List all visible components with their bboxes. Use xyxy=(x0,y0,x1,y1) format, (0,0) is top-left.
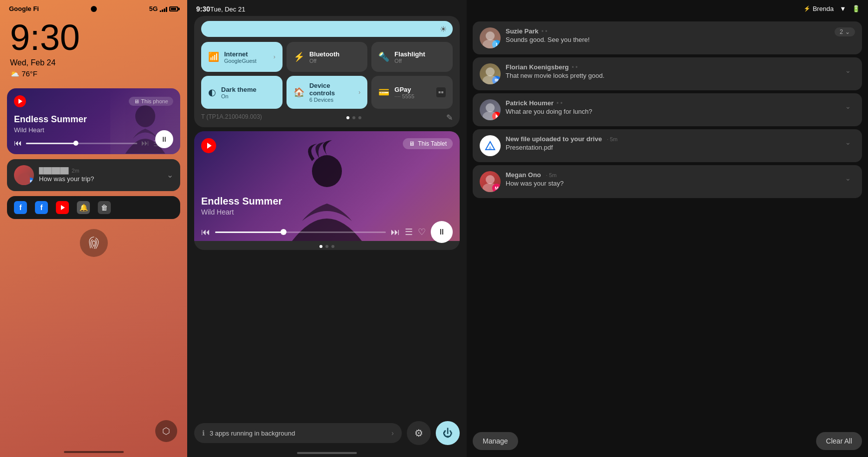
trash-app-icon[interactable]: 🗑 xyxy=(98,201,111,214)
patrick-dots: • • xyxy=(557,100,563,107)
brightness-slider[interactable]: ☀ xyxy=(201,21,453,37)
phone-progress-bar[interactable] xyxy=(26,143,137,144)
tablet-heart-icon[interactable]: ♡ xyxy=(418,227,426,237)
qs-tile-dark-theme[interactable]: ◐ Dark theme On xyxy=(201,76,283,109)
phone-camera-dot xyxy=(91,6,97,12)
qs-tile-device-controls[interactable]: 🏠 Device controls 6 Devices › xyxy=(287,76,368,109)
phone-pause-button[interactable]: ⏸ xyxy=(155,130,173,148)
patrick-message: What are you doing for lunch? xyxy=(506,108,836,115)
power-button[interactable]: ⏻ xyxy=(436,421,460,445)
drive-expand-button[interactable]: ⌄ xyxy=(841,135,855,149)
gpay-tile-icon: 💳 xyxy=(378,87,389,98)
patrick-avatar xyxy=(480,99,501,120)
megan-avatar: M xyxy=(480,171,501,192)
patrick-app-badge xyxy=(492,112,501,120)
tablet-media-bottom: Endless Summer Wild Heart ⏮ ⏭ ☰ ♡ ⏸ xyxy=(194,189,460,250)
clear-all-button[interactable]: Clear All xyxy=(816,432,862,450)
phone-temp: 76°F xyxy=(21,69,37,78)
qs-device-controls-sub: 6 Devices xyxy=(309,97,354,103)
qs-tile-bluetooth[interactable]: ⚡ Bluetooth Off xyxy=(287,42,368,72)
tablet-media-card[interactable]: 🖥 This Tablet Endless Summer Wild Heart … xyxy=(194,131,460,250)
phone-notification[interactable]: ✉ ███████ 2m How was your trip? ⌄ xyxy=(7,159,180,191)
weather-emoji: ⛅ xyxy=(10,69,21,78)
fingerprint-icon xyxy=(86,235,101,250)
signal-bar-4 xyxy=(166,7,167,12)
tablet-monitor-icon: 🖥 xyxy=(409,140,415,147)
notif-top-bar: ⚡ Brenda ▼ 🔋 xyxy=(467,0,868,17)
tablet-skip-back-button[interactable]: ⏮ xyxy=(201,227,210,237)
facebook-icon-2[interactable]: f xyxy=(35,201,48,214)
manage-button[interactable]: Manage xyxy=(473,432,518,450)
megan-app-badge: M xyxy=(492,184,501,192)
facebook-icon-1[interactable]: f xyxy=(14,201,27,214)
phone-app-row: f f 🔔 🗑 xyxy=(7,196,180,219)
notification-list: t Suzie Park • • Sounds good. See you th… xyxy=(467,17,868,427)
qs-flashlight-title: Flashlight xyxy=(394,50,425,58)
settings-button[interactable]: ⚙ xyxy=(407,421,431,445)
patrick-expand-button[interactable]: ⌄ xyxy=(841,99,855,113)
bg-apps-text: 3 apps running in background xyxy=(210,430,295,437)
gpay-qr-icon: ▪▪ xyxy=(436,87,446,97)
tablet-build-text: T (TP1A.2100409.003) xyxy=(201,113,262,120)
signal-bars xyxy=(160,6,167,12)
drive-icon xyxy=(480,135,501,156)
notification-megan[interactable]: M Megan Ono · 5m How was your stay? ⌄ xyxy=(473,165,862,198)
patrick-name: Patrick Houmer xyxy=(506,99,554,107)
tablet-media-header: 🖥 This Tablet xyxy=(201,138,453,153)
qs-tile-internet-text: Internet GoogleGuest xyxy=(224,50,257,64)
patrick-content: Patrick Houmer • • What are you doing fo… xyxy=(506,99,836,115)
phone-panel: Google Fi 5G 9:30 Wed, Feb 24 ⛅ 76°F xyxy=(0,0,187,457)
qs-device-controls-title: Device controls xyxy=(309,82,354,97)
qs-internet-sub: GoogleGuest xyxy=(224,58,257,64)
phone-music-card[interactable]: 🖥 This phone Endless Summer Wild Heart ⏮… xyxy=(7,88,180,154)
skip-back-button[interactable]: ⏮ xyxy=(14,139,22,148)
tablet-youtube-icon xyxy=(201,138,216,153)
drive-title: New file uploaded to your drive xyxy=(506,135,602,143)
tablet-queue-icon[interactable]: ☰ xyxy=(405,227,413,237)
notification-florian[interactable]: ✉ Florian Koenigsberg • • That new movie… xyxy=(473,57,862,90)
florian-expand-button[interactable]: ⌄ xyxy=(841,63,855,77)
wifi-tile-icon: 📶 xyxy=(208,51,219,62)
fingerprint-button[interactable] xyxy=(80,229,108,257)
page-dot-3 xyxy=(358,116,361,119)
phone-notif-expand-icon[interactable]: ⌄ xyxy=(167,170,173,180)
notifications-panel: ⚡ Brenda ▼ 🔋 t Suzie Park • • Sounds goo… xyxy=(467,0,868,457)
background-apps-pill[interactable]: ℹ 3 apps running in background › xyxy=(194,423,402,443)
youtube-app-icon[interactable] xyxy=(56,201,69,214)
tablet-home-bar xyxy=(297,452,357,454)
brightness-icon: ☀ xyxy=(440,24,447,34)
qs-tile-gpay[interactable]: 💳 GPay ···· 5555 ▪▪ xyxy=(371,76,453,109)
qs-dark-theme-title: Dark theme xyxy=(221,86,257,93)
phone-notif-app-badge: ✉ xyxy=(26,178,34,185)
flashlight-tile-icon: 🔦 xyxy=(378,51,389,62)
drive-content: New file uploaded to your drive · 5m Pre… xyxy=(506,135,836,151)
tablet-progress-bar[interactable] xyxy=(215,231,386,233)
patrick-name-line: Patrick Houmer • • xyxy=(506,99,836,107)
florian-name: Florian Koenigsberg xyxy=(506,63,569,71)
tablet-panel: 9:30 Tue, Dec 21 ☀ 📶 Internet GoogleGues… xyxy=(187,0,467,457)
tablet-song-title: Endless Summer xyxy=(201,196,453,207)
suzie-content: Suzie Park • • Sounds good. See you ther… xyxy=(506,27,830,43)
notification-patrick[interactable]: Patrick Houmer • • What are you doing fo… xyxy=(473,93,862,126)
suzie-name-line: Suzie Park • • xyxy=(506,27,830,35)
username-label: Brenda xyxy=(813,5,834,12)
megan-expand-button[interactable]: ⌄ xyxy=(841,171,855,185)
qs-tile-flashlight[interactable]: 🔦 Flashlight Off xyxy=(371,42,453,72)
yt-play-triangle xyxy=(207,143,212,149)
edit-icon[interactable]: ✎ xyxy=(446,113,453,122)
phone-notif-name-row: ███████ 2m xyxy=(39,167,162,174)
notif-user-name: ⚡ Brenda xyxy=(804,5,834,12)
qs-tile-internet[interactable]: 📶 Internet GoogleGuest › xyxy=(201,42,283,72)
tablet-skip-forward-button[interactable]: ⏭ xyxy=(391,227,400,237)
notification-suzie[interactable]: t Suzie Park • • Sounds good. See you th… xyxy=(473,21,862,54)
suzie-dots: • • xyxy=(542,28,548,35)
bell-app-icon[interactable]: 🔔 xyxy=(77,201,90,214)
tablet-pause-button[interactable]: ⏸ xyxy=(431,221,453,243)
phone-recent-apps-button[interactable]: ⬡ xyxy=(155,420,177,442)
notification-drive[interactable]: New file uploaded to your drive · 5m Pre… xyxy=(473,129,862,162)
qs-tile-flashlight-text: Flashlight Off xyxy=(394,50,425,64)
megan-message: How was your stay? xyxy=(506,180,836,187)
tablet-quick-settings: ☀ 📶 Internet GoogleGuest › ⚡ Bluetooth O… xyxy=(194,16,460,127)
tablet-song-subtitle: Wild Heart xyxy=(201,208,453,216)
youtube-play xyxy=(18,99,22,104)
